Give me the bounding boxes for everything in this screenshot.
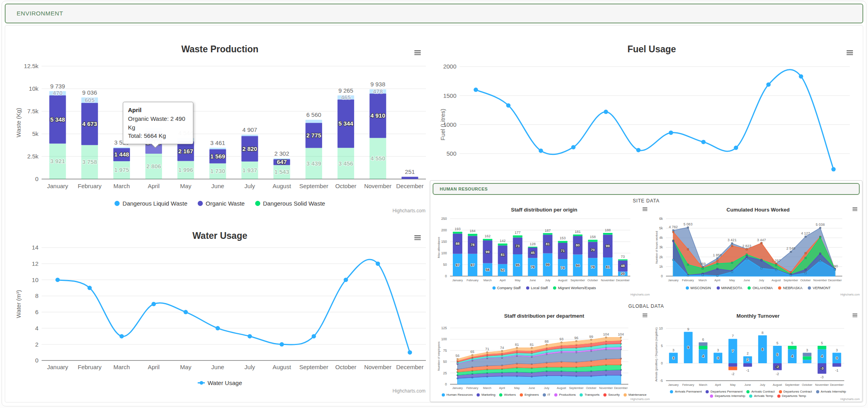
- svg-text:0: 0: [445, 274, 447, 278]
- legend-item[interactable]: Marketing: [477, 393, 495, 397]
- legend-item[interactable]: Departures Contract: [779, 390, 812, 393]
- svg-text:1 448: 1 448: [114, 151, 129, 158]
- legend-label: Productions: [559, 393, 576, 397]
- highcharts-credits[interactable]: Highcharts.com: [840, 293, 860, 296]
- legend-marker-icon: [749, 395, 752, 398]
- legend-item[interactable]: Maintenance: [624, 393, 647, 397]
- legend-item[interactable]: Workers: [499, 393, 516, 397]
- legend-item[interactable]: Dangerous Liquid Waste: [114, 200, 187, 207]
- legend-item[interactable]: VERMONT: [808, 286, 830, 290]
- chart-context-menu-icon[interactable]: [643, 314, 647, 317]
- legend-item[interactable]: Organic Waste: [198, 200, 245, 207]
- legend-marker-icon: [779, 390, 782, 393]
- legend-item[interactable]: WISCONSIN: [686, 286, 711, 290]
- chart-context-menu-icon[interactable]: [643, 208, 647, 211]
- staff-origin-plot[interactable]: 050100150200250Max attendanceJanuaryFebr…: [436, 215, 652, 287]
- hours-worked-plot[interactable]: 01k2k3k4k5k6kNumber of hours workedJanua…: [654, 215, 862, 287]
- legend-item[interactable]: Local Staff: [526, 286, 548, 290]
- svg-text:November: November: [364, 183, 391, 189]
- highcharts-credits[interactable]: Highcharts.com: [630, 398, 650, 400]
- legend-item[interactable]: IT: [543, 393, 550, 397]
- svg-text:4 550: 4 550: [370, 155, 385, 162]
- svg-text:7.5k: 7.5k: [27, 108, 39, 114]
- legend-label: Company Staff: [497, 286, 521, 290]
- legend-label: Water Usage: [208, 379, 242, 386]
- svg-text:July: July: [760, 383, 765, 387]
- highcharts-credits[interactable]: Highcharts.com: [630, 293, 650, 296]
- legend-item[interactable]: Security: [603, 393, 620, 397]
- legend-label: Departures Internship: [715, 394, 745, 398]
- svg-text:251: 251: [405, 168, 415, 175]
- svg-text:100: 100: [441, 251, 447, 255]
- svg-text:9: 9: [687, 327, 689, 331]
- svg-text:3: 3: [717, 348, 719, 352]
- water-usage-plot[interactable]: 02468101214Water (m³)JanuaryFebruaryMarc…: [12, 242, 428, 376]
- legend-marker-icon: [442, 393, 445, 397]
- legend-label: Departures Permanent: [710, 390, 742, 393]
- svg-text:73: 73: [621, 255, 625, 259]
- highcharts-credits[interactable]: Highcharts.com: [393, 208, 425, 214]
- svg-text:May: May: [180, 183, 192, 189]
- legend-marker-icon: [580, 393, 583, 397]
- legend-marker-icon: [553, 286, 556, 290]
- svg-text:4: 4: [702, 354, 704, 358]
- svg-text:20: 20: [621, 272, 625, 276]
- svg-text:78: 78: [471, 243, 475, 247]
- svg-text:4: 4: [821, 354, 823, 358]
- legend-item[interactable]: Arrivals Permanent: [670, 390, 702, 393]
- legend-item[interactable]: Arrivals Internship: [816, 390, 846, 393]
- legend-item[interactable]: OKLAHOMA: [748, 286, 773, 290]
- legend-label: Engineers: [525, 393, 539, 397]
- legend-item[interactable]: Company Staff: [492, 286, 521, 290]
- waste-production-plot[interactable]: 02.5k5k7.5k10k12.5kWaste (Kg)JanuaryFebr…: [12, 51, 428, 202]
- legend-item[interactable]: Dangerous Solid Waste: [255, 200, 325, 207]
- legend-item[interactable]: Migrant Workers/Expats: [553, 286, 596, 290]
- svg-text:September: September: [299, 364, 328, 370]
- legend-marker-icon: [777, 395, 780, 398]
- highcharts-credits[interactable]: Highcharts.com: [840, 398, 860, 400]
- svg-text:4 673: 4 673: [82, 120, 97, 127]
- fuel-usage-plot[interactable]: 0500100015002000Fuel (Litres): [438, 46, 866, 184]
- chart-context-menu-icon[interactable]: [853, 314, 857, 317]
- legend-item[interactable]: Arrivals Contract: [746, 390, 775, 393]
- svg-text:October: October: [586, 386, 597, 390]
- legend-item[interactable]: Departures Temp: [777, 394, 806, 398]
- legend-item[interactable]: Transports: [580, 393, 599, 397]
- svg-text:January: January: [452, 386, 463, 390]
- staff-department-chart: Staff distribution per department 025507…: [436, 310, 652, 402]
- legend-marker-icon: [710, 395, 713, 398]
- legend-item[interactable]: Productions: [554, 393, 576, 397]
- legend-item[interactable]: Human Resources: [442, 393, 473, 397]
- svg-text:Number of hours worked: Number of hours worked: [655, 231, 658, 263]
- legend-item[interactable]: Arrivals Temp: [749, 394, 773, 398]
- legend-item[interactable]: MINNESOTA: [717, 286, 742, 290]
- svg-text:181: 181: [575, 230, 581, 234]
- svg-text:4: 4: [35, 325, 38, 332]
- svg-text:3 421: 3 421: [728, 238, 737, 242]
- legend-item[interactable]: NEBRASKA: [778, 286, 802, 290]
- svg-text:April: April: [499, 386, 505, 390]
- staff-department-plot[interactable]: 0255075100125Number of employeesJanuaryF…: [436, 322, 652, 392]
- svg-text:7: 7: [732, 349, 734, 353]
- svg-text:July: July: [244, 364, 255, 370]
- monthly-turnover-plot[interactable]: -50510Arrivals (positive) / Departures (…: [654, 322, 862, 391]
- highcharts-credits[interactable]: Highcharts.com: [393, 388, 425, 394]
- svg-text:3 439: 3 439: [306, 160, 321, 167]
- svg-text:May: May: [729, 278, 735, 282]
- svg-text:3: 3: [806, 348, 808, 352]
- svg-text:5 083: 5 083: [683, 222, 692, 226]
- svg-text:February: February: [466, 386, 478, 390]
- svg-text:March: March: [483, 386, 491, 390]
- legend-item[interactable]: Engineers: [520, 393, 539, 397]
- svg-text:-5: -5: [660, 379, 663, 383]
- legend-item[interactable]: Water Usage: [198, 379, 242, 386]
- chart-title: Staff distribution per origin: [436, 207, 652, 213]
- svg-text:1 975: 1 975: [114, 166, 129, 173]
- chart-context-menu-icon[interactable]: [853, 208, 857, 211]
- svg-text:November: November: [364, 364, 391, 370]
- legend-item[interactable]: Departures Internship: [710, 394, 745, 398]
- svg-text:79: 79: [531, 265, 535, 269]
- svg-text:2 167: 2 167: [178, 148, 193, 154]
- chart-context-menu-icon[interactable]: [414, 235, 421, 240]
- legend-item[interactable]: Departures Permanent: [706, 390, 742, 393]
